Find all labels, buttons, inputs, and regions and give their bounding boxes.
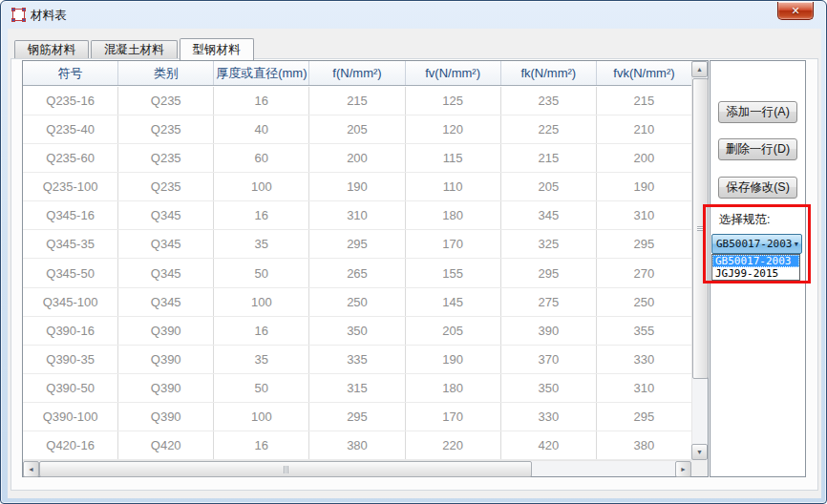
table-cell: 100 [214, 288, 309, 316]
titlebar: 材料表 ✕ [1, 1, 826, 29]
vertical-scrollbar-thumb[interactable] [692, 78, 709, 379]
scroll-down-button[interactable]: ▼ [691, 444, 708, 460]
vertical-scrollbar[interactable]: ▲ ▼ [691, 61, 708, 460]
table-cell: Q390 [118, 403, 214, 430]
table-cell: Q390-50 [23, 374, 118, 402]
table-cell: 295 [597, 230, 691, 258]
horizontal-scrollbar[interactable]: ◄ ► [23, 460, 691, 476]
table-cell: Q345-35 [23, 230, 118, 258]
tab-concrete[interactable]: 混凝土材料 [91, 40, 178, 58]
column-header[interactable]: fvk(N/mm²) [597, 61, 691, 85]
scroll-right-icon: ► [680, 466, 687, 472]
table-cell: 380 [309, 431, 405, 459]
table-cell: 345 [501, 201, 597, 229]
table-cell: 115 [406, 144, 501, 172]
spec-select-label: 选择规范: [719, 212, 770, 228]
window-icon [11, 8, 26, 22]
table-cell: 275 [501, 288, 597, 316]
table-cell: 200 [597, 144, 691, 172]
chevron-down-icon: ▼ [795, 242, 798, 248]
table-cell: 16 [214, 431, 309, 459]
horizontal-scrollbar-thumb[interactable] [39, 461, 532, 477]
table-cell: Q345 [118, 230, 214, 258]
table-cell: 325 [501, 230, 597, 258]
spec-option[interactable]: JGJ99-2015 [712, 267, 799, 280]
table-cell: 205 [501, 173, 597, 200]
table-cell: 16 [214, 87, 309, 115]
column-header[interactable]: 厚度或直径(mm) [214, 61, 309, 85]
tab-steel-section[interactable]: 型钢材料 [180, 38, 254, 60]
window-title: 材料表 [31, 8, 67, 24]
table-cell: Q345-100 [23, 288, 118, 316]
table-cell: 355 [597, 317, 691, 345]
scroll-up-button[interactable]: ▲ [691, 61, 708, 77]
table-cell: 295 [501, 259, 597, 286]
table-cell: 120 [406, 116, 501, 143]
table-cell: 50 [214, 374, 309, 402]
table-row[interactable]: Q390-35Q39035335190370330 [23, 346, 691, 374]
table-cell: 215 [501, 144, 597, 172]
table-cell: 210 [597, 116, 691, 143]
close-button[interactable]: ✕ [777, 2, 814, 20]
column-header[interactable]: fv(N/mm²) [406, 61, 501, 85]
table-cell: 180 [406, 201, 501, 229]
column-header[interactable]: fk(N/mm²) [501, 61, 597, 85]
save-changes-button[interactable]: 保存修改(S) [718, 177, 797, 199]
table-cell: 40 [214, 116, 309, 143]
column-header[interactable]: 符号 [23, 61, 118, 85]
table-cell: 315 [309, 374, 405, 402]
table-cell: Q390-16 [23, 317, 118, 345]
table-cell: Q345 [118, 259, 214, 286]
table-cell: Q420-16 [23, 431, 118, 459]
table-cell: 16 [214, 201, 309, 229]
table-row[interactable]: Q420-16Q42016380220420380 [23, 431, 691, 460]
spec-combobox-value: GB50017-2003 [716, 238, 792, 250]
table-cell: Q390-35 [23, 346, 118, 373]
table-cell: Q390 [118, 374, 214, 402]
table-row[interactable]: Q235-16Q23516215125235215 [23, 87, 691, 116]
table-cell: 125 [406, 87, 501, 115]
table-row[interactable]: Q345-50Q34550265155295270 [23, 259, 691, 287]
scroll-right-button[interactable]: ► [675, 461, 691, 477]
table-cell: Q235 [118, 87, 214, 115]
table-cell: Q390 [118, 317, 214, 345]
spec-combobox[interactable]: GB50017-2003 ▼ [711, 234, 802, 254]
scroll-left-button[interactable]: ◄ [23, 461, 39, 477]
table-cell: Q235 [118, 173, 214, 200]
table-cell: 310 [309, 201, 405, 229]
table-row[interactable]: Q345-100Q345100250145275250 [23, 288, 691, 317]
scroll-left-icon: ◄ [28, 466, 34, 472]
delete-row-button[interactable]: 删除一行(D) [718, 138, 797, 160]
thumb-grip-icon [697, 226, 705, 231]
table-row[interactable]: Q345-16Q34516310180345310 [23, 201, 691, 230]
table-row[interactable]: Q235-100Q235100190110205190 [23, 173, 691, 201]
action-panel: 添加一行(A) 删除一行(D) 保存修改(S) 选择规范: GB50017-20… [710, 60, 806, 477]
table-cell: 380 [597, 431, 691, 459]
column-header[interactable]: 类别 [118, 61, 214, 85]
table-row[interactable]: Q235-40Q23540205120225210 [23, 116, 691, 144]
table-row[interactable]: Q345-35Q34535295170325295 [23, 230, 691, 259]
table-cell: 220 [406, 431, 501, 459]
table-cell: 16 [214, 317, 309, 345]
table-cell: Q420 [118, 431, 214, 459]
table-row[interactable]: Q390-16Q39016350205390355 [23, 317, 691, 346]
column-header[interactable]: f(N/mm²) [309, 61, 405, 85]
table-row[interactable]: Q390-100Q390100295170330295 [23, 403, 691, 431]
table-cell: 205 [309, 116, 405, 143]
table-cell: 180 [406, 374, 501, 402]
spec-option[interactable]: GB50017-2003 [712, 255, 799, 267]
add-row-button[interactable]: 添加一行(A) [718, 101, 797, 123]
table-cell: Q345-50 [23, 259, 118, 286]
table-cell: 50 [214, 259, 309, 286]
table-cell: 200 [309, 144, 405, 172]
table-cell: 205 [406, 317, 501, 345]
tab-rebar[interactable]: 钢筋材料 [14, 40, 89, 58]
table-row[interactable]: Q235-60Q23560200115215200 [23, 144, 691, 173]
table-header: 符号类别厚度或直径(mm)f(N/mm²)fv(N/mm²)fk(N/mm²)f… [23, 61, 691, 86]
table-cell: 370 [501, 346, 597, 373]
table-row[interactable]: Q390-50Q39050315180350310 [23, 374, 691, 403]
table-cell: 350 [501, 374, 597, 402]
table-cell: 330 [501, 403, 597, 430]
scroll-down-icon: ▼ [696, 449, 703, 455]
table-cell: 35 [214, 346, 309, 373]
